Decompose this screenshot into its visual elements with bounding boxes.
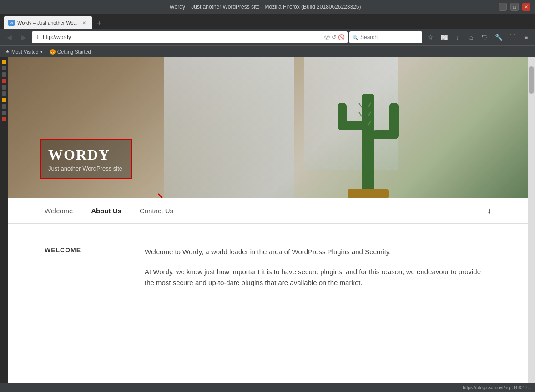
sidebar-item-9[interactable] — [2, 111, 6, 115]
site-navigation: Welcome About Us Contact Us ↓ — [8, 198, 528, 224]
search-input[interactable] — [360, 34, 419, 40]
content-left: WELCOME — [45, 246, 117, 297]
viewport: WORDY Just another WordPress site Welcom… — [8, 57, 528, 392]
block-icon[interactable]: 🚫 — [338, 34, 345, 40]
svg-line-9 — [359, 112, 362, 116]
new-tab-button[interactable]: + — [93, 17, 105, 29]
url-bar-container: ℹ Ⓦ ↺ 🚫 — [32, 31, 348, 43]
nav-scroll-down[interactable]: ↓ — [487, 206, 491, 216]
scrollbar[interactable] — [528, 57, 535, 392]
download-button[interactable]: ↓ — [451, 31, 464, 44]
most-visited-label: Most Visited — [11, 49, 39, 55]
sidebar-item-7[interactable] — [2, 98, 6, 102]
sidebar-item-1[interactable] — [2, 60, 6, 64]
title-bar: Wordy – Just another WordPress site - Mo… — [0, 0, 535, 14]
menu-button[interactable]: ≡ — [520, 31, 532, 44]
getting-started-label: Getting Started — [57, 49, 91, 55]
content-right: Welcome to Wordy, a world leader in the … — [145, 246, 491, 297]
sidebar-item-10[interactable] — [2, 117, 6, 121]
sidebar-item-4[interactable] — [2, 79, 6, 83]
screenshot-button[interactable]: ⛶ — [506, 31, 519, 44]
svg-rect-4 — [389, 103, 399, 139]
close-button[interactable]: ✕ — [522, 3, 530, 11]
svg-rect-11 — [348, 189, 389, 198]
tab-bar: W Wordy – Just another Wo... ✕ + — [0, 14, 535, 29]
svg-rect-2 — [338, 103, 347, 130]
website-content: WORDY Just another WordPress site Welcom… — [8, 57, 528, 392]
browser-tab[interactable]: W Wordy – Just another Wo... ✕ — [4, 16, 92, 29]
left-sidebar — [0, 57, 8, 392]
search-icon: 🔍 — [352, 35, 358, 40]
pocket-button[interactable]: 🛡 — [479, 31, 491, 44]
search-bar-container: 🔍 — [349, 31, 422, 43]
svg-rect-0 — [362, 94, 374, 198]
most-visited-bookmark[interactable]: ★ Most Visited ▾ — [4, 48, 45, 55]
status-url: https://blog.csdn.net/nq_348017... — [463, 385, 531, 390]
window-title: Wordy – Just another WordPress site - Mo… — [32, 4, 499, 10]
reload-button[interactable]: ↺ — [332, 34, 336, 40]
nav-action-buttons: ☆ 📰 ↓ ⌂ 🛡 🔧 ⛶ ≡ — [424, 31, 532, 44]
reading-mode-button[interactable]: 📰 — [438, 31, 450, 44]
maximize-button[interactable]: □ — [510, 3, 519, 11]
nav-about-us[interactable]: About Us — [91, 205, 121, 216]
status-bar: https://blog.csdn.net/nq_348017... — [0, 383, 535, 392]
section-heading: WELCOME — [45, 246, 117, 254]
tab-favicon: W — [8, 20, 15, 26]
browser-body: WORDY Just another WordPress site Welcom… — [0, 57, 535, 392]
minimize-button[interactable]: − — [499, 3, 507, 11]
site-tagline: Just another WordPress site — [48, 165, 122, 172]
sidebar-item-2[interactable] — [2, 66, 6, 70]
forward-button[interactable]: ▶ — [17, 31, 30, 44]
hero-plant — [300, 57, 437, 198]
bookmark-star-button[interactable]: ☆ — [424, 31, 437, 44]
hero-section: WORDY Just another WordPress site — [8, 57, 528, 198]
sidebar-item-3[interactable] — [2, 72, 6, 77]
home-button[interactable]: ⌂ — [465, 31, 478, 44]
sidebar-item-8[interactable] — [2, 104, 6, 109]
bookmarks-bar: ★ Most Visited ▾ 🦊 Getting Started — [0, 45, 535, 57]
site-name: WORDY — [48, 146, 122, 163]
scroll-thumb[interactable] — [529, 66, 534, 94]
most-visited-favicon: ★ — [5, 49, 10, 54]
tab-close-button[interactable]: ✕ — [81, 19, 88, 26]
url-info-icon[interactable]: ℹ — [35, 35, 41, 40]
extension-button[interactable]: 🔧 — [492, 31, 505, 44]
sidebar-item-5[interactable] — [2, 85, 6, 90]
back-button[interactable]: ◀ — [3, 31, 15, 44]
url-input[interactable] — [43, 34, 323, 40]
content-section: WELCOME Welcome to Wordy, a world leader… — [8, 224, 528, 320]
content-paragraph-1: Welcome to Wordy, a world leader in the … — [145, 246, 491, 257]
most-visited-chevron: ▾ — [40, 50, 43, 54]
site-title-box: WORDY Just another WordPress site — [40, 139, 132, 179]
getting-started-favicon: 🦊 — [50, 49, 56, 55]
tab-label: Wordy – Just another Wo... — [17, 20, 78, 25]
wordpress-icon: Ⓦ — [324, 34, 330, 41]
getting-started-bookmark[interactable]: 🦊 Getting Started — [48, 48, 93, 55]
window-controls: − □ ✕ — [499, 3, 530, 11]
content-paragraph-2: At Wordy, we know just how important it … — [145, 266, 491, 288]
sidebar-item-6[interactable] — [2, 91, 6, 96]
nav-contact-us[interactable]: Contact Us — [140, 205, 173, 216]
svg-line-8 — [359, 103, 362, 107]
navigation-bar: ◀ ▶ ℹ Ⓦ ↺ 🚫 🔍 ☆ 📰 ↓ ⌂ 🛡 🔧 ⛶ ≡ — [0, 29, 535, 45]
nav-welcome[interactable]: Welcome — [45, 205, 73, 216]
